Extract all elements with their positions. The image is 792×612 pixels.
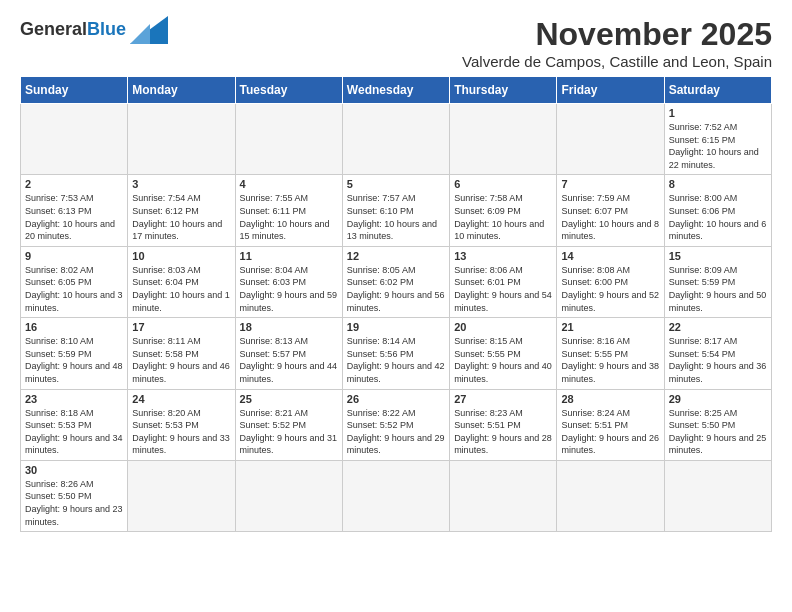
day-info: Sunrise: 8:09 AM Sunset: 5:59 PM Dayligh… [669,264,767,314]
day-info: Sunrise: 7:52 AM Sunset: 6:15 PM Dayligh… [669,121,767,171]
day-number: 26 [347,393,445,405]
day-number: 7 [561,178,659,190]
calendar-cell [21,104,128,175]
calendar-cell: 9Sunrise: 8:02 AM Sunset: 6:05 PM Daylig… [21,246,128,317]
calendar-cell: 13Sunrise: 8:06 AM Sunset: 6:01 PM Dayli… [450,246,557,317]
day-header-tuesday: Tuesday [235,77,342,104]
day-info: Sunrise: 8:24 AM Sunset: 5:51 PM Dayligh… [561,407,659,457]
calendar-week-4: 16Sunrise: 8:10 AM Sunset: 5:59 PM Dayli… [21,318,772,389]
day-number: 27 [454,393,552,405]
calendar-cell [450,104,557,175]
calendar-cell: 22Sunrise: 8:17 AM Sunset: 5:54 PM Dayli… [664,318,771,389]
calendar-cell: 29Sunrise: 8:25 AM Sunset: 5:50 PM Dayli… [664,389,771,460]
calendar-cell: 3Sunrise: 7:54 AM Sunset: 6:12 PM Daylig… [128,175,235,246]
day-number: 24 [132,393,230,405]
calendar-cell: 11Sunrise: 8:04 AM Sunset: 6:03 PM Dayli… [235,246,342,317]
logo-icon [130,16,168,44]
calendar-cell: 20Sunrise: 8:15 AM Sunset: 5:55 PM Dayli… [450,318,557,389]
logo: GeneralBlue [20,16,168,44]
calendar-cell: 19Sunrise: 8:14 AM Sunset: 5:56 PM Dayli… [342,318,449,389]
day-number: 28 [561,393,659,405]
calendar-week-5: 23Sunrise: 8:18 AM Sunset: 5:53 PM Dayli… [21,389,772,460]
calendar-cell [557,460,664,531]
day-info: Sunrise: 8:18 AM Sunset: 5:53 PM Dayligh… [25,407,123,457]
calendar-cell [235,460,342,531]
day-info: Sunrise: 8:23 AM Sunset: 5:51 PM Dayligh… [454,407,552,457]
day-header-sunday: Sunday [21,77,128,104]
calendar-cell: 30Sunrise: 8:26 AM Sunset: 5:50 PM Dayli… [21,460,128,531]
day-number: 19 [347,321,445,333]
calendar-cell [664,460,771,531]
day-header-wednesday: Wednesday [342,77,449,104]
day-info: Sunrise: 7:55 AM Sunset: 6:11 PM Dayligh… [240,192,338,242]
day-info: Sunrise: 8:26 AM Sunset: 5:50 PM Dayligh… [25,478,123,528]
calendar-cell: 1Sunrise: 7:52 AM Sunset: 6:15 PM Daylig… [664,104,771,175]
day-info: Sunrise: 8:02 AM Sunset: 6:05 PM Dayligh… [25,264,123,314]
calendar-cell: 2Sunrise: 7:53 AM Sunset: 6:13 PM Daylig… [21,175,128,246]
day-number: 20 [454,321,552,333]
calendar-cell [128,104,235,175]
calendar-header-row: SundayMondayTuesdayWednesdayThursdayFrid… [21,77,772,104]
day-number: 2 [25,178,123,190]
svg-marker-1 [130,24,150,44]
day-info: Sunrise: 8:22 AM Sunset: 5:52 PM Dayligh… [347,407,445,457]
day-number: 16 [25,321,123,333]
day-number: 4 [240,178,338,190]
calendar-week-1: 1Sunrise: 7:52 AM Sunset: 6:15 PM Daylig… [21,104,772,175]
day-number: 6 [454,178,552,190]
day-number: 18 [240,321,338,333]
day-number: 1 [669,107,767,119]
calendar-cell [342,460,449,531]
calendar-cell: 23Sunrise: 8:18 AM Sunset: 5:53 PM Dayli… [21,389,128,460]
page-subtitle: Valverde de Campos, Castille and Leon, S… [462,53,772,70]
page-title: November 2025 [462,16,772,53]
calendar-cell: 17Sunrise: 8:11 AM Sunset: 5:58 PM Dayli… [128,318,235,389]
calendar-cell: 28Sunrise: 8:24 AM Sunset: 5:51 PM Dayli… [557,389,664,460]
day-number: 5 [347,178,445,190]
day-number: 25 [240,393,338,405]
title-area: November 2025 Valverde de Campos, Castil… [462,16,772,70]
calendar-table: SundayMondayTuesdayWednesdayThursdayFrid… [20,76,772,532]
calendar-cell: 26Sunrise: 8:22 AM Sunset: 5:52 PM Dayli… [342,389,449,460]
calendar-cell: 18Sunrise: 8:13 AM Sunset: 5:57 PM Dayli… [235,318,342,389]
calendar-cell: 16Sunrise: 8:10 AM Sunset: 5:59 PM Dayli… [21,318,128,389]
day-number: 12 [347,250,445,262]
day-number: 3 [132,178,230,190]
day-header-thursday: Thursday [450,77,557,104]
day-number: 22 [669,321,767,333]
day-info: Sunrise: 7:53 AM Sunset: 6:13 PM Dayligh… [25,192,123,242]
calendar-cell: 7Sunrise: 7:59 AM Sunset: 6:07 PM Daylig… [557,175,664,246]
calendar-week-2: 2Sunrise: 7:53 AM Sunset: 6:13 PM Daylig… [21,175,772,246]
day-info: Sunrise: 8:11 AM Sunset: 5:58 PM Dayligh… [132,335,230,385]
calendar-cell: 14Sunrise: 8:08 AM Sunset: 6:00 PM Dayli… [557,246,664,317]
day-info: Sunrise: 8:13 AM Sunset: 5:57 PM Dayligh… [240,335,338,385]
header: GeneralBlue November 2025 Valverde de Ca… [20,16,772,70]
calendar-cell [450,460,557,531]
day-info: Sunrise: 8:15 AM Sunset: 5:55 PM Dayligh… [454,335,552,385]
day-number: 23 [25,393,123,405]
calendar-cell: 15Sunrise: 8:09 AM Sunset: 5:59 PM Dayli… [664,246,771,317]
day-header-friday: Friday [557,77,664,104]
calendar-cell: 27Sunrise: 8:23 AM Sunset: 5:51 PM Dayli… [450,389,557,460]
calendar-cell: 4Sunrise: 7:55 AM Sunset: 6:11 PM Daylig… [235,175,342,246]
calendar-cell [342,104,449,175]
day-info: Sunrise: 8:17 AM Sunset: 5:54 PM Dayligh… [669,335,767,385]
calendar-cell: 5Sunrise: 7:57 AM Sunset: 6:10 PM Daylig… [342,175,449,246]
day-number: 30 [25,464,123,476]
calendar-cell [235,104,342,175]
day-info: Sunrise: 7:57 AM Sunset: 6:10 PM Dayligh… [347,192,445,242]
calendar-cell: 10Sunrise: 8:03 AM Sunset: 6:04 PM Dayli… [128,246,235,317]
calendar-cell [557,104,664,175]
calendar-week-3: 9Sunrise: 8:02 AM Sunset: 6:05 PM Daylig… [21,246,772,317]
day-header-monday: Monday [128,77,235,104]
day-info: Sunrise: 7:54 AM Sunset: 6:12 PM Dayligh… [132,192,230,242]
day-number: 14 [561,250,659,262]
calendar-cell: 8Sunrise: 8:00 AM Sunset: 6:06 PM Daylig… [664,175,771,246]
calendar-cell: 25Sunrise: 8:21 AM Sunset: 5:52 PM Dayli… [235,389,342,460]
day-info: Sunrise: 8:10 AM Sunset: 5:59 PM Dayligh… [25,335,123,385]
day-number: 29 [669,393,767,405]
day-info: Sunrise: 7:58 AM Sunset: 6:09 PM Dayligh… [454,192,552,242]
day-number: 13 [454,250,552,262]
day-number: 10 [132,250,230,262]
calendar-cell: 6Sunrise: 7:58 AM Sunset: 6:09 PM Daylig… [450,175,557,246]
